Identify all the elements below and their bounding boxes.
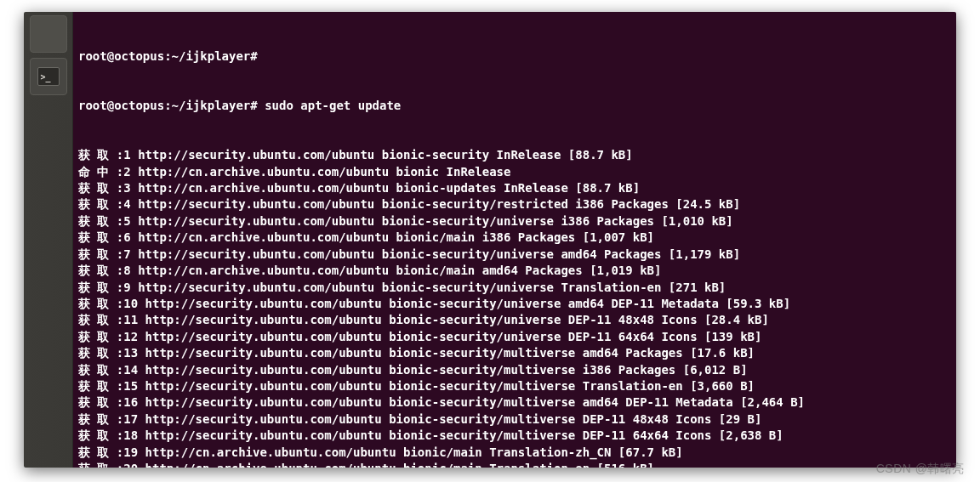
shell-command: root@octopus:~/ijkplayer# sudo apt-get u…	[78, 98, 956, 114]
apt-line: 获 取 :8 http://cn.archive.ubuntu.com/ubun…	[78, 263, 956, 279]
apt-line: 获 取 :3 http://cn.archive.ubuntu.com/ubun…	[78, 180, 956, 196]
apt-line: 获 取 :1 http://security.ubuntu.com/ubuntu…	[78, 147, 956, 163]
apt-line: 获 取 :15 http://security.ubuntu.com/ubunt…	[78, 378, 956, 394]
apt-line: 获 取 :17 http://security.ubuntu.com/ubunt…	[78, 411, 956, 428]
apt-line: 获 取 :11 http://security.ubuntu.com/ubunt…	[78, 312, 956, 328]
apt-line: 获 取 :13 http://security.ubuntu.com/ubunt…	[78, 345, 956, 361]
apt-line: 获 取 :20 http://cn.archive.ubuntu.com/ubu…	[78, 461, 956, 468]
apt-line: 获 取 :10 http://security.ubuntu.com/ubunt…	[78, 296, 956, 312]
apt-line: 获 取 :7 http://security.ubuntu.com/ubuntu…	[78, 247, 956, 263]
apt-line: 获 取 :14 http://security.ubuntu.com/ubunt…	[78, 362, 956, 378]
apt-line: 获 取 :9 http://security.ubuntu.com/ubuntu…	[78, 280, 956, 296]
launcher-icon-generic[interactable]	[30, 15, 67, 53]
terminal-icon: >_	[37, 67, 60, 86]
apt-line: 获 取 :6 http://cn.archive.ubuntu.com/ubun…	[78, 230, 956, 246]
apt-line: 获 取 :12 http://security.ubuntu.com/ubunt…	[78, 329, 956, 345]
launcher-sidebar: >_	[24, 12, 73, 468]
terminal-output[interactable]: root@octopus:~/ijkplayer# root@octopus:~…	[73, 12, 956, 468]
apt-output-lines: 获 取 :1 http://security.ubuntu.com/ubuntu…	[78, 147, 956, 468]
window-frame: >_ root@octopus:~/ijkplayer# root@octopu…	[24, 12, 956, 468]
shell-prompt: root@octopus:~/ijkplayer#	[78, 48, 956, 65]
apt-line: 获 取 :16 http://security.ubuntu.com/ubunt…	[78, 394, 956, 411]
apt-line: 命 中 :2 http://cn.archive.ubuntu.com/ubun…	[78, 164, 956, 180]
apt-line: 获 取 :4 http://security.ubuntu.com/ubuntu…	[78, 196, 956, 213]
apt-line: 获 取 :19 http://cn.archive.ubuntu.com/ubu…	[78, 445, 956, 461]
watermark-text: CSDN @韩曙亮	[876, 462, 965, 477]
apt-line: 获 取 :5 http://security.ubuntu.com/ubuntu…	[78, 213, 956, 230]
launcher-terminal-icon[interactable]: >_	[30, 58, 67, 95]
apt-line: 获 取 :18 http://security.ubuntu.com/ubunt…	[78, 428, 956, 444]
